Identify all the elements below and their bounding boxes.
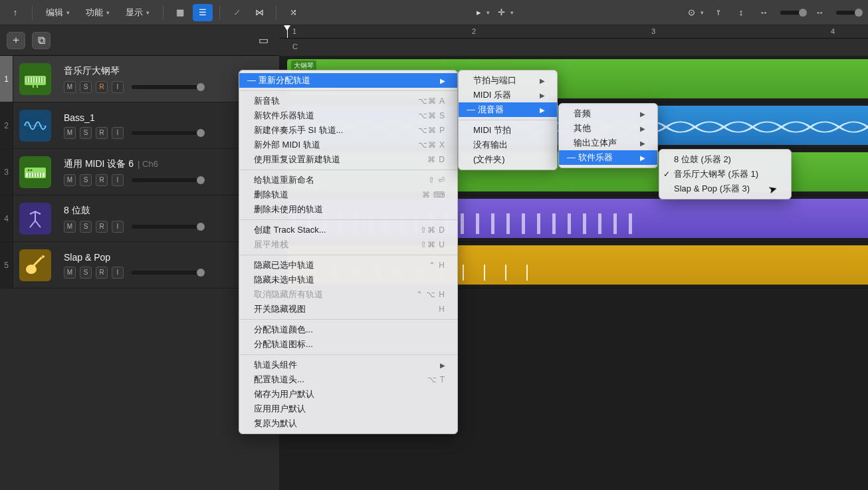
solo-button[interactable]: S [80,174,92,186]
input-button[interactable]: I [112,267,124,279]
snap-icon[interactable]: ⊙▾ [686,4,706,21]
menu-sw-instrument[interactable]: — 软件乐器▶ [559,150,657,165]
mixer-submenu: 音频▶ 其他▶ 输出立体声▶ — 软件乐器▶ [558,103,658,168]
solo-button[interactable]: S [80,267,92,279]
keyboard-icon[interactable] [19,156,51,188]
vzoom-icon[interactable]: ↕ [731,4,751,21]
add-track-button[interactable]: ＋ [7,32,25,49]
mute-button[interactable]: M [64,221,76,233]
track-number: 1 [0,56,13,102]
menu-assign-icon[interactable]: 分配轨道图标... [239,337,457,352]
menu-rename-track[interactable]: 给轨道重新命名⇧ ⏎ [239,173,457,187]
menu-new-dup[interactable]: 使用重复设置新建轨道⌘ D [239,152,457,167]
mute-button[interactable]: M [64,127,76,139]
reassign-submenu: 节拍与端口▶ MIDI 乐器▶ — 混音器▶ MIDI 节拍 没有输出 (文件夹… [458,70,558,170]
automation-icon[interactable]: ⟋ [227,4,247,21]
catch-playhead-button[interactable]: ▭ [254,32,272,49]
solo-button[interactable]: S [80,221,92,233]
duplicate-track-button[interactable]: ⧉ [32,32,51,49]
record-button[interactable]: R [96,127,108,139]
menu-new-sw-track[interactable]: 新软件乐器轨道⌥⌘ S [239,108,457,123]
record-button[interactable]: R [96,267,108,279]
marquee-icon[interactable]: ⤮ [283,4,303,21]
alt-tool-icon[interactable]: ✛▾ [496,4,516,21]
view-menu[interactable]: 显示▾ [119,4,156,21]
up-icon[interactable]: ↑ [5,4,25,21]
track-header: ＋ ⧉ ▭ 1 2 3 4 C [0,25,868,56]
track-row[interactable]: 3 通用 MIDI 设备 6| Ch6 M S R I [0,149,279,195]
hzoom2-icon[interactable]: ↔ [810,4,829,21]
menu-inst-3[interactable]: Slap & Pop (乐器 3) [659,182,791,196]
menu-track-stack[interactable]: 创建 Track Stack...⇧⌘ D [239,223,457,237]
volume-slider[interactable] [132,225,205,229]
ruler-bar-3: 3 [651,27,655,35]
menu-new-track[interactable]: 新音轨⌥⌘ A [239,94,457,108]
solo-button[interactable]: S [80,127,92,139]
menu-apply-default[interactable]: 应用用户默认 [239,402,457,416]
record-button[interactable]: R [96,221,108,233]
track-number: 3 [0,149,13,195]
bass-guitar-icon[interactable] [19,249,51,281]
menu-delete-unused[interactable]: 删除未使用的轨道 [239,202,457,217]
menu-beat-port[interactable]: 节拍与端口▶ [459,73,557,88]
menu-save-default[interactable]: 储存为用户默认 [239,387,457,402]
volume-slider[interactable] [132,271,205,275]
menu-hide-selected[interactable]: 隐藏已选中轨道⌃ H [239,258,457,273]
hzoom-slider[interactable] [836,11,863,15]
playhead-icon[interactable] [287,25,288,38]
vzoom-slider[interactable] [780,11,807,15]
ruler-bar-4: 4 [831,27,835,35]
grid-view-icon[interactable]: ▦ [170,4,190,21]
input-button[interactable]: I [112,174,124,186]
pointer-tool-icon[interactable]: ▸▾ [473,4,493,21]
edit-menu[interactable]: 编辑▾ [39,4,76,21]
drumstand-icon[interactable] [19,203,51,235]
mute-button[interactable]: M [64,81,76,93]
record-button[interactable]: R [96,81,108,93]
mute-button[interactable]: M [64,174,76,186]
volume-slider[interactable] [132,178,205,182]
record-button[interactable]: R [96,174,108,186]
input-button[interactable]: I [112,81,124,93]
menu-configure-head[interactable]: 配置轨道头...⌥ T [239,372,457,387]
menu-inst-2[interactable]: ✓音乐厅大钢琴 (乐器 1) [659,167,791,182]
input-button[interactable]: I [112,221,124,233]
menu-folder[interactable]: (文件夹) [459,152,557,167]
hzoom-icon[interactable]: ↔ [754,4,774,21]
menu-new-ext-midi[interactable]: 新外部 MIDI 轨道⌥⌘ X [239,138,457,152]
function-menu[interactable]: 功能▾ [79,4,116,21]
piano-icon[interactable] [19,63,51,95]
track-row[interactable]: 1 音乐厅大钢琴 M S R I [0,56,279,102]
menu-assign-color[interactable]: 分配轨道颜色... [239,322,457,337]
menu-head-components[interactable]: 轨道头组件▶ [239,358,457,372]
menu-delete-track[interactable]: 删除轨道⌘ ⌨ [239,187,457,202]
waveform-zoom-icon[interactable]: ⫯ [708,4,728,21]
menu-no-output[interactable]: 没有输出 [459,138,557,152]
menu-reassign-track[interactable]: — 重新分配轨道▶ [239,73,457,88]
mute-button[interactable]: M [64,267,76,279]
track-row[interactable]: 2 Bass_1 M S R I [0,102,279,149]
track-number: 4 [0,195,13,241]
solo-button[interactable]: S [80,81,92,93]
track-row[interactable]: 4 8 位鼓 M S R I [0,195,279,242]
svg-point-7 [31,169,33,171]
menu-audio[interactable]: 音频▶ [559,106,657,121]
input-button[interactable]: I [112,127,124,139]
track-row[interactable]: 5 Slap & Pop M S R I [0,242,279,289]
menu-out-stereo[interactable]: 输出立体声▶ [559,136,657,150]
volume-slider[interactable] [132,131,205,135]
menu-midi-beat[interactable]: MIDI 节拍 [459,123,557,138]
menu-midi-instrument[interactable]: MIDI 乐器▶ [459,88,557,102]
menu-hide-unselected[interactable]: 隐藏未选中轨道 [239,273,457,287]
menu-inst-1[interactable]: 8 位鼓 (乐器 2) [659,152,791,167]
menu-restore-default[interactable]: 复原为默认 [239,416,457,431]
list-view-icon[interactable]: ☰ [193,4,213,21]
menu-mixer[interactable]: — 混音器▶ [459,102,557,117]
volume-slider[interactable] [132,85,205,89]
ruler[interactable]: 1 2 3 4 C [279,25,868,55]
menu-other[interactable]: 其他▶ [559,121,657,136]
menu-new-acc-track[interactable]: 新建伴奏乐手 SI 轨道...⌥⌘ P [239,123,457,138]
menu-toggle-hide[interactable]: 开关隐藏视图H [239,302,457,316]
flex-icon[interactable]: ⋈ [249,4,269,21]
wave-icon[interactable] [19,110,51,142]
